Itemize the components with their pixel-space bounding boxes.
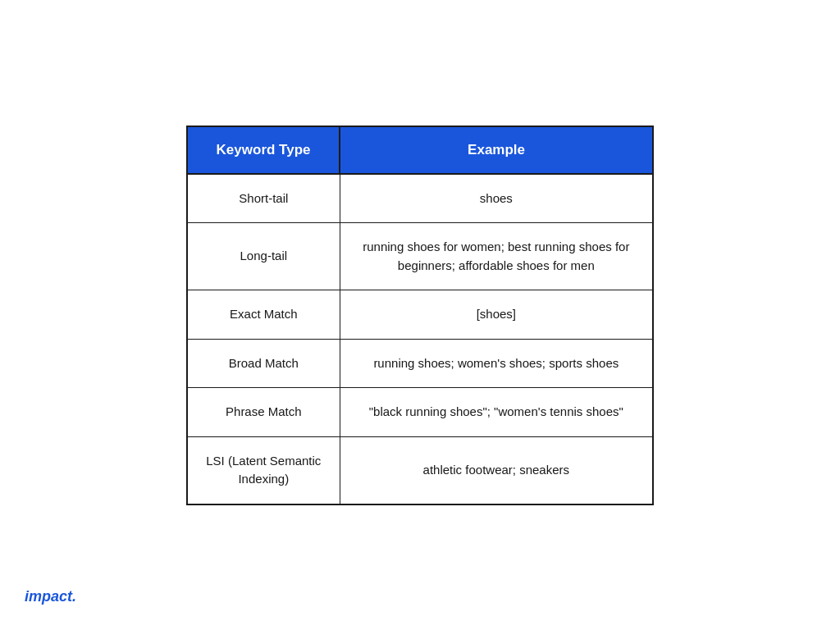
keyword-type-cell: Broad Match	[187, 339, 340, 388]
example-cell: "black running shoes"; "women's tennis s…	[340, 388, 653, 437]
example-cell: running shoes for women; best running sh…	[340, 223, 653, 290]
keyword-table: Keyword Type Example Short-tailshoesLong…	[186, 126, 654, 505]
example-header: Example	[340, 126, 653, 174]
table-row: Long-tailrunning shoes for women; best r…	[187, 223, 653, 290]
example-cell: [shoes]	[340, 290, 653, 340]
table-header-row: Keyword Type Example	[187, 126, 653, 174]
keyword-type-header: Keyword Type	[187, 126, 340, 174]
table-row: Exact Match[shoes]	[187, 290, 653, 340]
table-row: Phrase Match"black running shoes"; "wome…	[187, 388, 653, 437]
example-cell: shoes	[340, 174, 653, 223]
example-cell: athletic footwear; sneakers	[340, 436, 653, 504]
keyword-type-cell: LSI (Latent Semantic Indexing)	[187, 436, 340, 504]
table-wrapper: Keyword Type Example Short-tailshoesLong…	[186, 126, 654, 505]
keyword-type-cell: Exact Match	[187, 290, 340, 340]
keyword-type-cell: Long-tail	[187, 223, 340, 290]
example-cell: running shoes; women's shoes; sports sho…	[340, 339, 653, 388]
table-row: Short-tailshoes	[187, 174, 653, 223]
keyword-type-cell: Phrase Match	[187, 388, 340, 437]
table-row: Broad Matchrunning shoes; women's shoes;…	[187, 339, 653, 388]
keyword-type-cell: Short-tail	[187, 174, 340, 223]
brand-logo: impact.	[25, 588, 76, 605]
table-row: LSI (Latent Semantic Indexing)athletic f…	[187, 436, 653, 504]
